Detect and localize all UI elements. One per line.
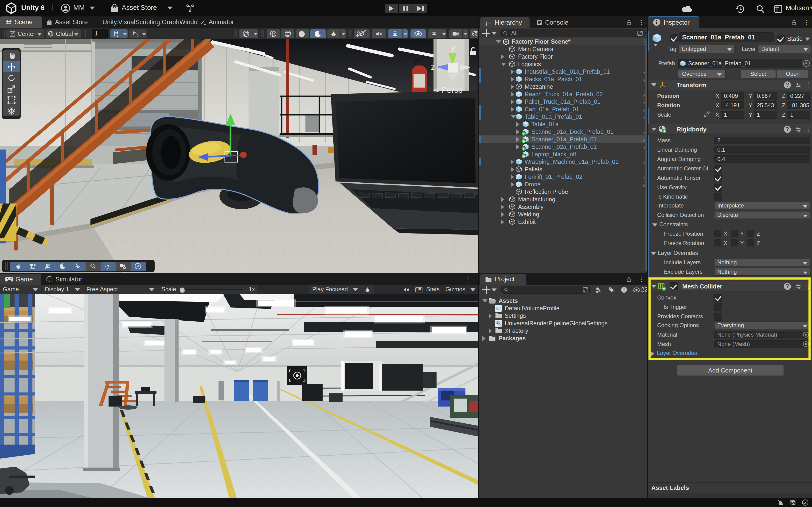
svg-text:y: y [451, 43, 455, 52]
svg-text:z: z [431, 62, 435, 71]
svg-text:Y: Y [117, 35, 119, 37]
